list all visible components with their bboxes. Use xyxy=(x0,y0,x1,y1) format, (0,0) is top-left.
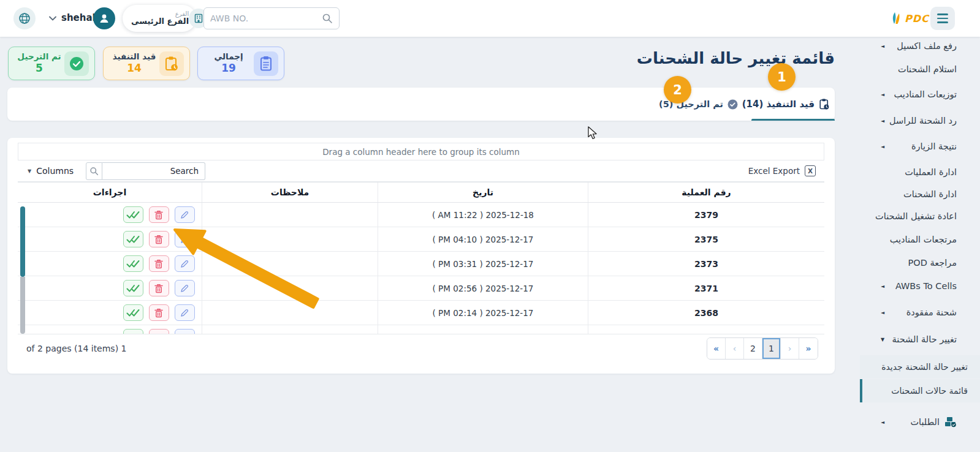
chevron-down-icon[interactable] xyxy=(49,16,56,21)
awb-placeholder: AWB NO. xyxy=(210,13,248,23)
column-header-date[interactable]: تاريخ xyxy=(378,183,588,202)
globe-icon xyxy=(18,12,31,24)
awb-search-input[interactable]: AWB NO. xyxy=(203,7,340,29)
date-cell: ( PM 04:10 ) 2025-12-17 xyxy=(378,227,588,251)
search-icon xyxy=(322,13,333,24)
previous-page-button[interactable]: ‹ xyxy=(726,338,744,359)
sidebar-item-pod-review[interactable]: مراجعة POD xyxy=(845,255,980,271)
confirm-button[interactable] xyxy=(123,206,143,223)
edit-button[interactable] xyxy=(175,329,195,334)
grid-search-input[interactable]: Search xyxy=(102,162,205,180)
page-2-button[interactable]: 2 xyxy=(744,338,762,359)
avatar[interactable] xyxy=(93,7,115,29)
vertical-scrollbar-thumb[interactable] xyxy=(20,206,25,277)
operation-id-cell: 2368 xyxy=(588,301,824,325)
confirm-button[interactable] xyxy=(123,280,143,296)
stat-value: 14 xyxy=(109,62,159,75)
pager-buttons: « ‹ 2 1 › » xyxy=(707,337,818,360)
stat-card-total: إجمالي 19 xyxy=(197,47,284,80)
sidebar-item-operations-management[interactable]: ادارة العمليات xyxy=(845,164,980,180)
sidebar: رفع ملف اكسيل◄ استلام الشحنات توزيعات ال… xyxy=(845,37,980,452)
confirm-button[interactable] xyxy=(123,304,143,321)
table-row[interactable]: ( PM 03:31 ) 2025-12-17 2373 xyxy=(18,252,824,276)
pager: of 2 pages (14 items) 1 « ‹ 2 1 › » xyxy=(18,334,824,363)
table-row-partial[interactable] xyxy=(18,325,824,334)
branch-selector[interactable]: الفرع الفرع الرئيسى xyxy=(123,5,196,32)
stat-card-in-progress: قيد التنفيذ 14 xyxy=(103,47,190,80)
sidebar-subitem-shipment-status-list[interactable]: قائمة حالات الشحنات xyxy=(860,379,980,402)
confirm-button[interactable] xyxy=(123,255,143,272)
sidebar-item-courier-distributions[interactable]: توزيعات المناديب◄ xyxy=(845,86,980,102)
user-icon xyxy=(98,12,110,24)
excel-export-button[interactable]: Excel Export X xyxy=(748,165,823,176)
sidebar-item-receive-shipments[interactable]: استلام الشحنات xyxy=(845,61,980,77)
table-body: ( AM 11:22 ) 2025-12-18 2379 ( PM 04:10 … xyxy=(18,203,824,334)
confirm-button[interactable] xyxy=(123,231,143,247)
sidebar-item-lost-shipment[interactable]: شحنة مفقودة◄ xyxy=(845,304,980,320)
next-page-button[interactable]: › xyxy=(781,338,799,359)
vertical-scrollbar-track[interactable] xyxy=(20,277,25,334)
double-check-icon xyxy=(126,309,140,317)
stat-card-migrated: تم الترحيل 5 xyxy=(8,47,95,80)
double-check-icon xyxy=(126,333,140,334)
pager-summary: of 2 pages (14 items) 1 xyxy=(26,344,126,353)
menu-toggle-button[interactable] xyxy=(930,7,955,30)
table-header-row: اجراءات ملاحظات تاريخ رقم العملية xyxy=(18,182,824,203)
trash-icon xyxy=(154,235,163,244)
date-cell: ( PM 02:14 ) 2025-12-17 xyxy=(378,301,588,325)
first-page-button[interactable]: « xyxy=(707,338,726,359)
chevron-left-icon: ◄ xyxy=(881,310,884,315)
sidebar-item-awbs-to-cells[interactable]: AWBs To Cells◄ xyxy=(845,278,980,294)
date-cell: ( PM 03:31 ) 2025-12-17 xyxy=(378,252,588,276)
active-tab-indicator xyxy=(751,119,835,121)
pencil-icon xyxy=(180,211,189,219)
table-row[interactable]: ( AM 11:22 ) 2025-12-18 2379 xyxy=(18,203,824,227)
operation-id-cell: 2373 xyxy=(588,252,824,276)
columns-chooser-button[interactable]: ▼ Columns xyxy=(28,166,74,176)
double-check-icon xyxy=(126,211,140,219)
sidebar-item-rerun-shipments[interactable]: اعادة تشغيل الشحنات xyxy=(845,208,980,224)
stat-label: قيد التنفيذ xyxy=(109,51,159,62)
column-header-notes[interactable]: ملاحظات xyxy=(202,183,378,202)
confirm-button[interactable] xyxy=(123,329,143,334)
annotation-badge-2: 2 xyxy=(664,76,691,104)
group-panel[interactable]: Drag a column header here to group its c… xyxy=(18,143,824,160)
stat-label: تم الترحيل xyxy=(14,51,64,62)
double-check-icon xyxy=(126,260,140,268)
chevron-left-icon: ◄ xyxy=(881,118,884,124)
language-globe-button[interactable] xyxy=(13,7,36,29)
check-circle-icon xyxy=(64,51,89,76)
trash-icon xyxy=(154,259,163,269)
table-row[interactable]: ( PM 04:10 ) 2025-12-17 2375 xyxy=(18,227,824,252)
pdc-logo-text: PDC xyxy=(905,13,929,24)
chevron-down-icon: ▼ xyxy=(28,168,31,174)
last-page-button[interactable]: » xyxy=(799,338,818,359)
sidebar-item-return-to-sender[interactable]: رد الشحنة للراسل◄ xyxy=(845,113,980,129)
clipboard-clock-icon xyxy=(819,98,830,110)
delete-button[interactable] xyxy=(149,329,169,334)
sidebar-item-visit-result[interactable]: نتيجة الزيارة◄ xyxy=(845,138,980,154)
column-header-actions[interactable]: اجراءات xyxy=(18,183,202,202)
stat-value: 19 xyxy=(203,62,254,75)
date-cell: ( AM 11:22 ) 2025-12-18 xyxy=(378,203,588,227)
table-row[interactable]: ( PM 02:14 ) 2025-12-17 2368 xyxy=(18,301,824,325)
sidebar-item-upload-excel[interactable]: رفع ملف اكسيل◄ xyxy=(845,38,980,54)
sidebar-item-courier-returns[interactable]: مرتجعات المناديب xyxy=(845,232,980,247)
sidebar-item-change-shipment-status[interactable]: تغيير حالة الشحنة▼ xyxy=(845,331,980,347)
sidebar-subitem-new-shipment-status[interactable]: تغيير حالة الشحنة جديدة xyxy=(860,355,980,379)
sidebar-item-orders[interactable]: الطلبات ◄ xyxy=(845,414,980,430)
grid-toolbar: ▼ Columns Search Excel Export X xyxy=(18,160,824,182)
page-1-button[interactable]: 1 xyxy=(762,338,781,359)
chevron-left-icon: ◄ xyxy=(881,43,884,49)
tab-in-progress[interactable]: قيد التنفيذ (14) xyxy=(742,88,830,121)
chevron-left-icon: ◄ xyxy=(881,420,884,425)
chevron-left-icon: ◄ xyxy=(881,92,884,97)
table-row[interactable]: ( PM 02:56 ) 2025-12-17 2371 xyxy=(18,276,824,301)
sidebar-item-shipments-management[interactable]: ادارة الشحنات xyxy=(845,186,980,202)
excel-file-icon: X xyxy=(805,165,816,176)
chevron-left-icon: ◄ xyxy=(881,284,884,289)
column-header-operation-id[interactable]: رقم العملية xyxy=(588,183,824,202)
clipboard-icon xyxy=(254,51,278,76)
operation-id-cell: 2379 xyxy=(588,203,824,227)
double-check-icon xyxy=(126,284,140,293)
